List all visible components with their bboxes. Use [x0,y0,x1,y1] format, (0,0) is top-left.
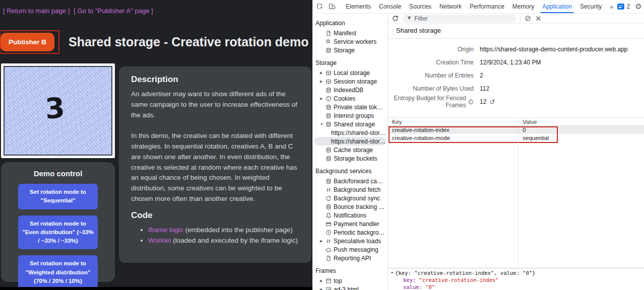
expander-icon[interactable]: ▶ [320,287,326,290]
inspect-element-icon[interactable] [315,2,325,11]
table-icon [326,70,334,76]
sidebar-item-https-shared-storage-d[interactable]: https://shared-storage-d... [314,137,386,146]
issues-button[interactable]: 2 [617,3,630,10]
device-toolbar-icon[interactable] [328,2,337,11]
sidebar-item-notifications[interactable]: Notifications [314,211,386,220]
rotation-mode-button-0[interactable]: Set rotation mode to "Sequential" [18,184,98,209]
metadata-rows: Originhttps://shared-storage-demo-conten… [388,39,644,108]
tab-memory[interactable]: Memory [508,0,538,14]
table-row-creative-rotation-index[interactable]: creative-rotation-index0 [388,126,644,134]
code-link-worklet[interactable]: Worklet [148,237,171,244]
up-down-arrows-icon [326,187,334,193]
description-paragraph-2: In this demo, the creative can be rotate… [131,131,299,204]
rotation-mode-button-2[interactable]: Set rotation mode to "Weighted distribut… [18,255,98,289]
sidebar-item-speculative-loads[interactable]: ▶Speculative loads [314,237,386,245]
info-icon[interactable] [468,99,474,105]
more-tabs-chevron[interactable]: » [606,3,617,11]
sidebar-item-service-workers[interactable]: ⚙Service workers [314,37,386,46]
expand-triangle-icon[interactable]: ▼ [391,271,393,275]
sync-icon [326,195,334,201]
sidebar-item-interest-groups[interactable]: Interest groups [314,111,386,120]
sidebar-item-label: Reporting API [334,255,371,262]
document-icon [326,255,334,261]
preview-property-key: key: "creative-rotation-index" [391,277,641,284]
code-link-iframe-logic[interactable]: Iframe logic [148,226,183,234]
sidebar-item-session-storage[interactable]: ▶Session storage [314,77,386,86]
tab-application[interactable]: Application [538,0,576,14]
expander-icon[interactable]: ▶ [320,97,326,101]
gear-icon: ⚙ [326,39,334,44]
metadata-value: 112 [480,85,489,92]
clock-icon [326,230,334,236]
table-icon [326,79,334,85]
up-down-arrows-icon [326,238,334,244]
sidebar-item-reporting-api[interactable]: Reporting API [314,254,386,262]
demo-buttons: Set rotation mode to "Sequential"Set rot… [18,184,98,289]
clear-all-icon[interactable] [525,15,531,22]
database-icon [326,47,334,53]
reset-budget-icon[interactable]: ↺ [489,99,495,105]
delete-selected-icon[interactable]: ✕ [535,15,542,22]
expander-icon[interactable]: ▶ [320,279,326,283]
sidebar-item-local-storage[interactable]: ▶Local storage [314,68,386,77]
expander-icon[interactable]: ▼ [320,122,326,126]
entry-preview-pane: ▼ {key: "creative-rotation-index", value… [388,268,644,290]
demo-control-title: Demo control [18,169,98,178]
sidebar-item-cache-storage[interactable]: Cache storage [314,146,386,154]
sidebar-item-top[interactable]: ▶top [314,276,386,285]
tab-sources[interactable]: Sources [405,0,435,14]
devtools-window: ElementsConsoleSourcesNetworkPerformance… [312,0,644,290]
value-column-header[interactable]: Value [518,119,644,125]
sidebar-item-storage-buckets[interactable]: Storage buckets [314,154,386,163]
expander-icon[interactable]: ▶ [320,239,326,243]
key-column-header[interactable]: Key [388,119,518,125]
sidebar-item-private-state-tokens[interactable]: Private state tokens [314,103,386,111]
bottom-black-strip [0,287,312,290]
sidebar-item-cookies[interactable]: ▶Cookies [314,94,386,103]
rotation-mode-button-1[interactable]: Set rotation mode to "Even distribution"… [18,215,98,250]
sidebar-item-payment-handler[interactable]: Payment handler [314,220,386,228]
sidebar-item-label: Private state tokens [334,104,386,111]
filter-field[interactable] [403,15,516,23]
sidebar-item-background-fetch[interactable]: Background fetch [314,185,386,194]
tab-console[interactable]: Console [375,0,405,14]
refresh-icon[interactable] [392,15,399,22]
column-divider[interactable] [518,134,519,268]
property-name: value: [403,284,425,290]
sidebar-item-manifest[interactable]: Manifest [314,29,386,37]
sidebar-item-periodic-background-s[interactable]: Periodic background s... [314,228,386,237]
tab-security[interactable]: Security [576,0,606,14]
sidebar-item-label: Service workers [334,38,376,45]
sidebar-item-bounce-tracking-mitiga[interactable]: Bounce tracking mitiga... [314,202,386,211]
expander-icon[interactable]: ▶ [320,80,326,84]
cell-value: sequential [518,135,644,141]
sidebar-item-storage[interactable]: Storage [314,46,386,54]
devtools-main: ✕ Shared storage Originhttps://shared-st… [388,14,644,290]
table-row-creative-rotation-mode[interactable]: creative-rotation-modesequential [388,134,644,142]
settings-gear-icon[interactable]: ⚙ [635,2,641,11]
sidebar-item-label: Session storage [334,78,377,85]
top-link-main-page[interactable]: [ Return to main page ] [3,7,70,15]
sidebar-item-shared-storage[interactable]: ▼Shared storage [314,120,386,128]
tab-elements[interactable]: Elements [342,0,375,14]
metadata-value-text: 2 [480,72,483,79]
sidebar-item-indexeddb[interactable]: IndexedDB [314,86,386,94]
tab-performance[interactable]: Performance [466,0,508,14]
sidebar-item-label: Manifest [334,30,356,37]
issues-icon [617,4,624,10]
sidebar-item-back-forward-cache[interactable]: Back/forward cache [314,177,386,185]
issues-count: 2 [626,3,630,10]
devtools-body: ApplicationManifest⚙Service workersStora… [312,14,644,290]
preview-object-text: {key: "creative-rotation-index", value: … [395,270,535,277]
expander-icon[interactable]: ▶ [320,71,326,75]
tab-network[interactable]: Network [435,0,466,14]
sidebar-item-ad-3-html[interactable]: ▶ad-3.html [314,285,386,290]
sidebar-item-https-shared-storage-d[interactable]: https://shared-storage-d... [314,128,386,137]
filter-input[interactable] [414,15,512,22]
sidebar-item-label: Cookies [334,95,355,102]
publisher-b-button[interactable]: Publisher B [1,33,54,51]
database-icon [326,87,334,93]
sidebar-item-background-sync[interactable]: Background sync [314,194,386,202]
top-link-publisher-a[interactable]: [ Go to "Publisher A" page ] [74,7,153,15]
sidebar-item-push-messaging[interactable]: Push messaging [314,245,386,254]
